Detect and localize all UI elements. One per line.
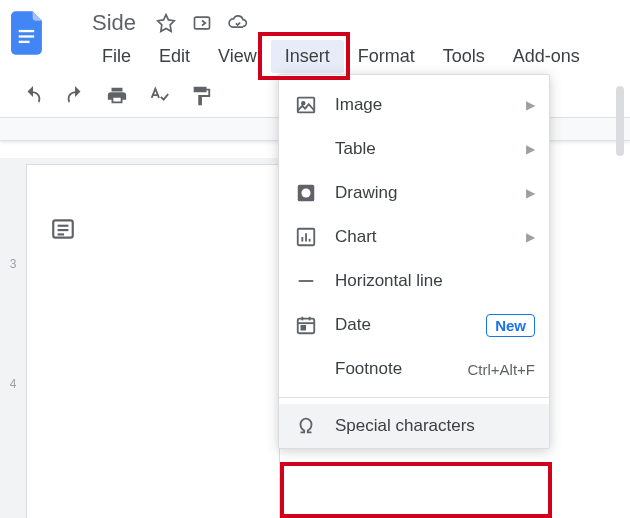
- horizontal-line-icon: [293, 268, 319, 294]
- cloud-icon[interactable]: [228, 13, 248, 33]
- annotation-highlight-special: [280, 462, 552, 518]
- submenu-arrow-icon: ▶: [526, 230, 535, 244]
- doc-title[interactable]: Side: [92, 10, 136, 36]
- menu-item-horizontal-line[interactable]: Horizontal line: [279, 259, 549, 303]
- chart-icon: [293, 224, 319, 250]
- menu-edit[interactable]: Edit: [145, 40, 204, 73]
- menu-item-chart[interactable]: Chart ▶: [279, 215, 549, 259]
- blank-icon: [293, 356, 319, 382]
- menu-item-date[interactable]: Date New: [279, 303, 549, 347]
- submenu-arrow-icon: ▶: [526, 186, 535, 200]
- docs-logo[interactable]: [8, 6, 48, 60]
- menu-bar: File Edit View Insert Format Tools Add-o…: [64, 36, 594, 73]
- menu-tools[interactable]: Tools: [429, 40, 499, 73]
- svg-point-9: [302, 102, 305, 105]
- menu-item-label: Date: [335, 315, 486, 335]
- omega-icon: [293, 413, 319, 439]
- scrollbar[interactable]: [616, 80, 626, 380]
- menu-format[interactable]: Format: [344, 40, 429, 73]
- menu-separator: [279, 397, 549, 398]
- menu-item-special-characters[interactable]: Special characters: [279, 404, 549, 448]
- menu-item-footnote[interactable]: Footnote Ctrl+Alt+F: [279, 347, 549, 391]
- scrollbar-thumb[interactable]: [616, 86, 624, 156]
- image-icon: [293, 92, 319, 118]
- redo-icon[interactable]: [64, 85, 86, 107]
- submenu-arrow-icon: ▶: [526, 98, 535, 112]
- new-badge: New: [486, 314, 535, 337]
- svg-point-11: [301, 188, 310, 197]
- menu-item-label: Special characters: [335, 416, 535, 436]
- calendar-icon: [293, 312, 319, 338]
- undo-icon[interactable]: [22, 85, 44, 107]
- print-icon[interactable]: [106, 85, 128, 107]
- svg-rect-3: [195, 17, 210, 29]
- menu-item-drawing[interactable]: Drawing ▶: [279, 171, 549, 215]
- menu-addons[interactable]: Add-ons: [499, 40, 594, 73]
- drawing-icon: [293, 180, 319, 206]
- svg-rect-1: [19, 35, 34, 37]
- menu-insert[interactable]: Insert: [271, 40, 344, 73]
- insert-menu: Image ▶ Table ▶ Drawing ▶ Chart ▶ Horizo…: [278, 74, 550, 449]
- menu-item-label: Chart: [335, 227, 526, 247]
- blank-icon: [293, 136, 319, 162]
- menu-view[interactable]: View: [204, 40, 271, 73]
- menu-item-label: Horizontal line: [335, 271, 535, 291]
- menu-item-table[interactable]: Table ▶: [279, 127, 549, 171]
- menu-item-label: Footnote: [335, 359, 467, 379]
- keyboard-shortcut: Ctrl+Alt+F: [467, 361, 535, 378]
- svg-rect-21: [301, 326, 305, 330]
- menu-item-label: Drawing: [335, 183, 526, 203]
- paint-format-icon[interactable]: [190, 85, 212, 107]
- move-icon[interactable]: [192, 13, 212, 33]
- menu-item-label: Table: [335, 139, 526, 159]
- menu-item-label: Image: [335, 95, 526, 115]
- outline-icon[interactable]: [50, 216, 76, 246]
- svg-rect-2: [19, 41, 30, 43]
- menu-item-image[interactable]: Image ▶: [279, 83, 549, 127]
- svg-rect-8: [298, 98, 315, 113]
- menu-file[interactable]: File: [88, 40, 145, 73]
- spellcheck-icon[interactable]: [148, 85, 170, 107]
- star-icon[interactable]: [156, 13, 176, 33]
- svg-rect-0: [19, 30, 34, 32]
- submenu-arrow-icon: ▶: [526, 142, 535, 156]
- vertical-ruler: 3 4: [2, 164, 24, 518]
